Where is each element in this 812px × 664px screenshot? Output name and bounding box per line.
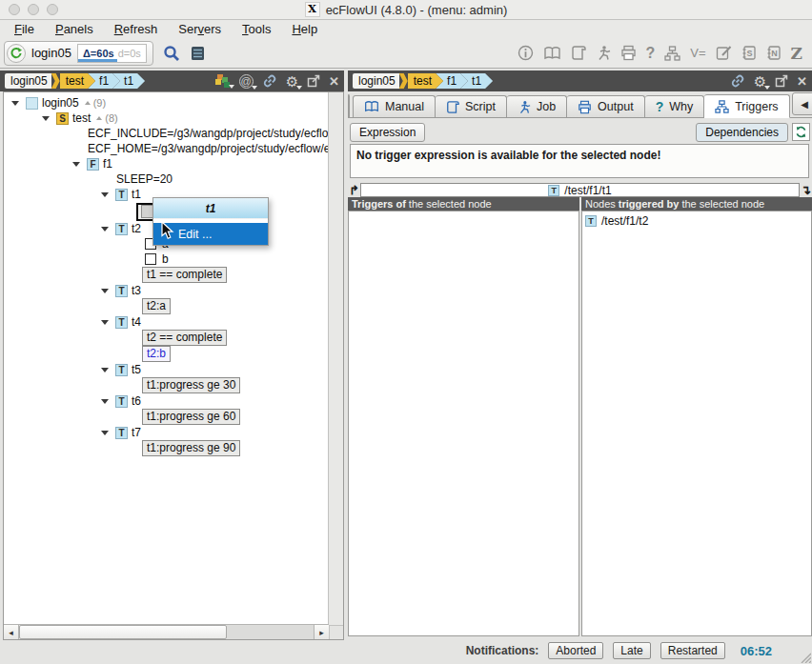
close-window-button[interactable] [9,4,20,15]
edit-preferences-icon[interactable] [716,45,732,61]
tree-trigger[interactable]: t1:progress ge 90 [4,440,328,456]
triggered-node-row[interactable]: T /test/f1/t2 [585,214,808,228]
tree-node-t5[interactable]: T t5 [4,362,328,377]
scrollbar-thumb[interactable] [19,625,227,639]
restarted-notification-button[interactable]: Restarted [660,642,725,659]
tab-script[interactable]: Script [436,95,507,117]
tree-horizontal-scrollbar[interactable]: ◂ ▸ [4,624,329,639]
status-filter-icon[interactable] [215,74,231,88]
zombies-icon[interactable]: Z [791,44,802,63]
tree-trigger[interactable]: t1:progress ge 60 [4,409,328,425]
tree-node-t4[interactable]: T t4 [4,314,328,330]
expand-arrow-icon[interactable] [11,101,19,106]
tree-node-t7[interactable]: T t7 [4,425,328,440]
tree-node-login05[interactable]: login05 (9) [4,95,328,111]
close-panel-icon[interactable]: ✕ [329,74,339,89]
output-icon[interactable] [620,45,637,61]
link-icon[interactable] [262,73,277,89]
notes-notebook-icon[interactable]: N [766,45,782,61]
tree-node-t3[interactable]: T t3 [4,283,328,298]
triggers-icon[interactable] [664,46,680,61]
event-checkbox[interactable] [145,253,156,265]
node-label: t1 [132,188,141,201]
tree-node-f1[interactable]: F f1 [4,156,328,171]
menu-file[interactable]: File [4,22,45,36]
gear-icon[interactable]: ⚙ [286,74,298,89]
search-icon[interactable] [163,45,180,62]
triggers-of-list[interactable] [348,211,579,636]
tree-trigger[interactable]: t1:progress ge 30 [4,377,328,393]
tree-event-b[interactable]: b [4,252,328,267]
expand-arrow-icon[interactable] [101,431,109,435]
tree-variable[interactable]: ECF_INCLUDE=/g3/wangdp/project/study/ecf… [4,126,328,141]
info-icon[interactable] [518,45,534,61]
tab-label: Output [598,100,634,113]
tree-trigger[interactable]: t2:b [4,346,328,362]
attribute-filter-icon[interactable]: @ [239,74,254,89]
tree-trigger[interactable]: t2 == complete [4,330,328,346]
triggered-by-list[interactable]: T /test/f1/t2 [581,211,812,636]
book-icon [364,100,379,113]
title-bar: X ecFlowUI (4.8.0) - (menu: admin) [0,0,812,20]
detach-icon[interactable] [307,74,320,88]
aborted-notification-button[interactable]: Aborted [548,642,603,659]
resize-grip[interactable] [799,651,811,663]
breadcrumb-login05[interactable]: login05 [5,73,51,89]
expand-arrow-icon[interactable] [101,227,109,231]
expand-arrow-icon[interactable] [101,289,109,293]
expand-arrow-icon[interactable] [101,192,109,197]
late-notification-button[interactable]: Late [613,642,650,659]
tab-why[interactable]: ? Why [645,95,705,117]
tab-scroll-left-button[interactable]: ◀ [792,92,812,115]
expand-arrow-icon[interactable] [101,399,109,404]
script-icon[interactable] [571,45,586,61]
manual-icon[interactable] [543,46,561,61]
scroll-right-button[interactable]: ▸ [314,625,329,639]
suites-notebook-icon[interactable]: S [741,45,757,61]
follow-trigger-left-icon[interactable]: ↱ [348,184,360,197]
why-icon[interactable]: ? [646,45,656,62]
dependencies-button[interactable]: Dependencies [696,123,788,142]
tab-output[interactable]: Output [567,95,645,117]
selected-node-path[interactable]: T /test/f1/t1 [360,183,800,197]
breadcrumb-test[interactable]: test [60,73,95,89]
server-list-icon[interactable] [190,45,206,62]
expand-arrow-icon[interactable] [72,162,80,167]
tab-manual[interactable]: Manual [353,95,436,117]
zoom-window-button[interactable] [47,4,58,15]
tab-job[interactable]: Job [507,95,567,117]
menu-help[interactable]: Help [281,22,328,36]
event-label: b [162,252,169,266]
minimize-window-button[interactable] [28,4,39,15]
tree-node-test[interactable]: S test (8) [4,111,328,126]
menu-panels[interactable]: Panels [45,22,104,36]
tab-triggers[interactable]: Triggers [704,94,789,118]
tree-vertical-scrollbar[interactable] [328,92,343,625]
expand-arrow-icon[interactable] [101,320,109,325]
family-node-icon: F [87,158,99,171]
follow-trigger-right-icon[interactable]: ↴ [800,184,812,197]
expand-arrow-icon[interactable] [101,368,109,372]
tree-node-t6[interactable]: T t6 [4,393,328,409]
expand-arrow-icon[interactable] [42,116,50,121]
scrollbar-track[interactable] [227,625,314,639]
tab-partial[interactable] [348,94,350,117]
refresh-triggers-button[interactable] [792,123,810,141]
expression-button[interactable]: Expression [350,123,425,142]
scroll-left-button[interactable]: ◂ [4,625,19,639]
menu-refresh[interactable]: Refresh [104,22,169,36]
server-refresh-icon[interactable] [7,44,26,63]
menu-servers[interactable]: Servers [168,22,232,36]
job-icon[interactable] [596,45,611,61]
tree-variable[interactable]: ECF_HOME=/g3/wangdp/project/study/ecflow… [4,141,328,156]
server-refresh-widget[interactable]: login05 Δ=60s d=0s [4,41,153,66]
tree-variable[interactable]: SLEEP=20 [4,171,328,187]
tree-trigger[interactable]: t2:a [4,298,328,314]
task-node-icon: T [115,285,128,297]
variables-icon[interactable]: V= [690,46,705,60]
breadcrumb-test[interactable]: test [408,73,443,89]
menu-tools[interactable]: Tools [232,22,281,36]
window-title-group: X ecFlowUI (4.8.0) - (menu: admin) [305,2,508,17]
info-panel: Manual Script Job Output ? Why Triggers … [348,70,812,636]
tree-trigger[interactable]: t1 == complete [4,267,328,283]
